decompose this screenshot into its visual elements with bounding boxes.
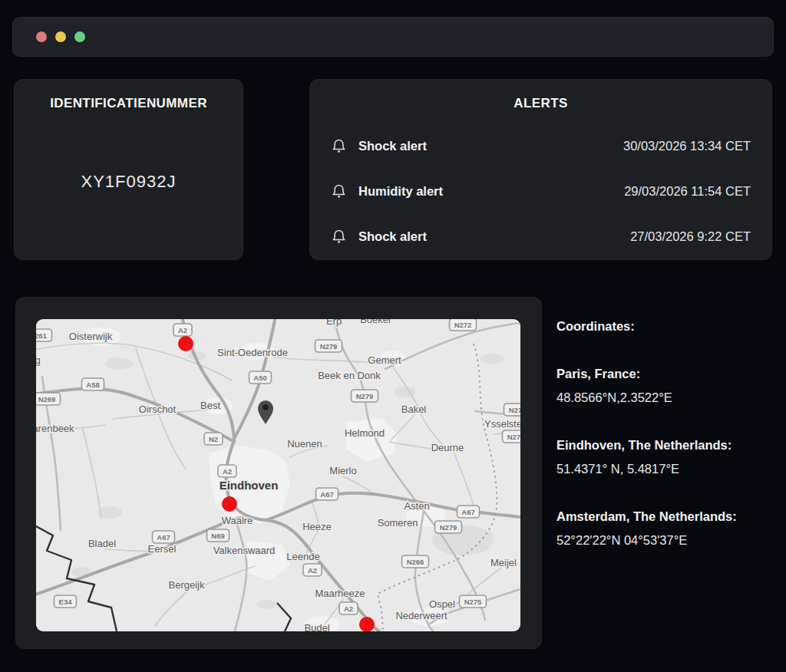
road-shield: A67 [316,488,339,500]
svg-text:N269: N269 [38,395,56,404]
town-label: Valkenswaard [213,545,276,556]
map-terrain-patches [71,328,504,631]
identification-number-value: XY1F0932J [15,172,243,192]
road-shield: A58 [82,378,104,390]
town-label: Heeze [302,521,332,532]
svg-text:A2: A2 [223,467,232,476]
alert-label: Shock alert [358,229,427,244]
road-shield: N275 [460,595,487,608]
town-label: Bladel [88,538,116,549]
road-shield: A2 [339,602,358,614]
svg-text:A2: A2 [344,604,353,613]
road-shield: N69 [207,529,230,542]
town-label: Bakel [401,404,427,415]
town-label: Meijel [490,557,517,568]
region-map[interactable]: A2261A58N269A50N2A2N279N272N279A67N69A67… [36,319,520,631]
town-label: Erp [326,319,342,327]
town-label: Leende [286,551,319,562]
bell-icon [331,183,347,199]
road-shield: N279 [435,521,462,533]
town-label: Maarheeze [315,588,365,599]
bell-icon [331,229,347,245]
svg-text:261: 261 [36,331,48,340]
town-label: Budel [304,622,329,631]
coordinate-entry: Paris, France:48.8566°N,2.3522°E [556,365,776,406]
road-shield: N279 [352,390,378,402]
town-label: Waalre [222,515,253,526]
alerts-card: ALERTS Shock alert30/03/2026 13:34 CETHu… [309,79,772,260]
road-shield: A2 [218,465,236,477]
road-shield: A67 [153,531,175,543]
coordinate-place-label: Amsterdam, The Netherlands: [556,508,776,525]
identification-card-title: IDENTIFICATIENUMMER [15,96,243,111]
svg-text:N279: N279 [356,392,374,400]
alert-timestamp: 27/03/2026 9:22 CET [630,229,751,244]
coordinate-value: 48.8566°N,2.3522°E [556,389,776,406]
alert-row[interactable]: Shock alert27/03/2026 9:22 CET [331,214,751,259]
alert-label: Shock alert [358,139,427,153]
road-shield: N2 [204,433,223,445]
town-label: Deurne [431,442,464,453]
svg-text:A2: A2 [308,566,317,575]
svg-text:N275: N275 [464,598,482,606]
shipment-location-marker[interactable] [178,336,193,351]
shipment-location-marker[interactable] [359,617,375,631]
close-window-dot[interactable] [36,31,47,42]
svg-text:A58: A58 [86,380,99,389]
minimize-window-dot[interactable] [55,31,66,42]
road-shield: N272 [450,319,477,331]
coordinate-place-label: Eindhoven, The Netherlands: [556,436,776,453]
town-label: g [36,354,41,366]
coordinates-title: Coordinates: [556,318,776,334]
svg-text:A67: A67 [461,508,474,516]
coordinate-value: 52°22'22°N 04°53'37°E [556,532,776,548]
town-label: Someren [378,517,418,529]
road-shield: N279 [315,340,342,352]
town-label: lvarenbeek [36,423,74,434]
town-label: Eersel [148,543,177,555]
town-label: Boekel [360,319,391,325]
alert-row[interactable]: Shock alert30/03/2026 13:34 CET [331,124,751,169]
map-card: A2261A58N269A50N2A2N279N272N279A67N69A67… [15,297,542,649]
coordinate-value: 51.4371° N, 5.4817°E [556,460,776,477]
current-location-pin[interactable] [258,400,273,424]
town-label: Oisterwijk [69,331,113,342]
road-shield: A2 [303,564,322,576]
town-label: Eindhoven [220,479,279,492]
road-shield: N269 [36,393,61,405]
town-label: Sint-Oedenrode [217,347,288,358]
alerts-card-title: ALERTS [310,96,771,111]
alert-list: Shock alert30/03/2026 13:34 CETHumidity … [310,124,771,259]
svg-text:N272: N272 [454,321,472,329]
town-label: Ysselsteyn [484,418,520,430]
alert-row[interactable]: Humidity alert29/03/2026 11:54 CET [331,169,751,214]
alert-timestamp: 30/03/2026 13:34 CET [623,139,751,153]
window-title-bar[interactable] [12,17,774,57]
town-label: Mierlo [329,465,356,476]
road-shield: N277 [503,430,521,443]
road-shield: A50 [249,371,272,384]
bell-icon [331,138,347,154]
town-label: Bergeijk [169,579,205,591]
road-shield: A67 [457,506,480,518]
coordinates-panel: Coordinates: Paris, France:48.8566°N,2.3… [556,318,776,548]
town-label: Gemert [368,354,401,366]
coordinates-entries: Paris, France:48.8566°N,2.3522°EEindhove… [556,365,776,548]
svg-text:A67: A67 [320,490,333,499]
town-label: Oirschot [139,404,177,415]
shipment-location-marker[interactable] [222,496,237,512]
town-label: Nuenen [287,438,322,450]
coordinate-entry: Eindhoven, The Netherlands:51.4371° N, 5… [556,436,776,477]
identification-card: IDENTIFICATIENUMMER XY1F0932J [14,79,243,260]
svg-text:A67: A67 [157,533,170,542]
svg-text:A50: A50 [253,374,266,382]
town-label: Beek en Donk [318,370,381,381]
svg-text:N279: N279 [320,342,338,351]
town-label: Helmond [345,427,385,439]
map-province-border [378,344,497,631]
svg-text:N69: N69 [211,532,224,540]
maximize-window-dot[interactable] [74,31,85,42]
town-label: Best [200,400,220,411]
coordinate-place-label: Paris, France: [556,365,776,382]
road-shield: N266 [402,555,429,568]
